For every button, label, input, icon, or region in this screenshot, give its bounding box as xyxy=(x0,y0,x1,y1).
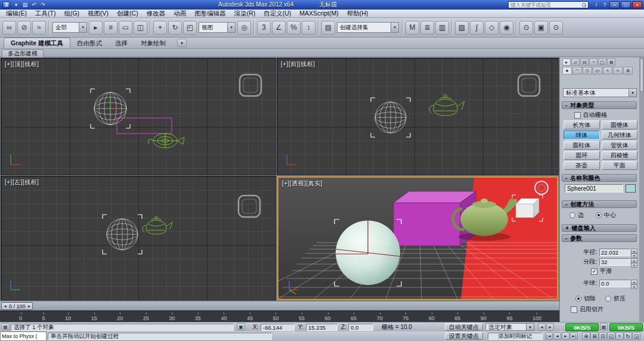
selection-filter-dropdown[interactable]: 全部▾ xyxy=(52,22,87,33)
use-pivot-point-center-icon[interactable]: ◎ xyxy=(237,21,251,35)
communication-center-icon[interactable]: i xyxy=(592,1,600,8)
menu-item-3[interactable]: 视图(V) xyxy=(83,10,113,17)
object-type-button-8[interactable]: 茶壶 xyxy=(564,161,600,170)
chop-radio[interactable] xyxy=(575,296,581,302)
object-type-button-3[interactable]: 几何球体 xyxy=(602,131,638,140)
search-input[interactable] xyxy=(510,2,581,8)
systems-category-icon[interactable]: ⊛ xyxy=(623,67,633,75)
undo-icon[interactable]: ↶ xyxy=(30,1,38,8)
search-icon[interactable] xyxy=(582,3,586,7)
selection-filter-dropdown-arrow-icon[interactable]: ▾ xyxy=(79,23,86,32)
auto-key-button[interactable]: 自动关键点 xyxy=(445,323,483,331)
app-menu-icon[interactable]: ▾ xyxy=(12,1,20,8)
zoom-region-icon[interactable]: ◱ xyxy=(607,332,615,340)
ribbon-tab-0[interactable]: Graphite 建模工具 xyxy=(4,38,70,48)
spinner-snap-icon[interactable]: ↕ xyxy=(302,21,315,35)
primitive-category-dropdown[interactable]: 标准基本体 ▾ xyxy=(563,88,637,97)
panel-scrollbar-thumb[interactable] xyxy=(640,58,643,92)
zoom-icon[interactable]: ⊕ xyxy=(582,332,590,340)
x-coord-field[interactable]: -66.144 xyxy=(261,324,295,331)
menu-item-10[interactable]: MAXScript(M) xyxy=(295,10,342,17)
select-and-link-icon[interactable]: ∞ xyxy=(2,21,16,35)
rendered-frame-window-icon[interactable]: ▣ xyxy=(534,21,548,35)
viewport-top-canvas[interactable] xyxy=(1,58,275,175)
play-animation-icon[interactable]: ► xyxy=(562,332,569,340)
rollout-object-type[interactable]: - 对象类型 xyxy=(562,101,637,109)
lights-category-icon[interactable]: ◇ xyxy=(583,67,592,75)
curve-editor-icon[interactable]: ∫ xyxy=(470,21,484,35)
maxscript-listener-field[interactable]: Max to Physx ( xyxy=(0,331,47,341)
object-type-button-5[interactable]: 管状体 xyxy=(602,141,638,150)
smooth-checkbox[interactable]: ✓ xyxy=(591,268,597,275)
go-to-end-icon[interactable]: ►| xyxy=(570,332,578,340)
hemisphere-spinner[interactable]: ▴▾ xyxy=(631,280,637,287)
menu-item-4[interactable]: 创建(C) xyxy=(113,10,143,17)
maximize-button[interactable]: □ xyxy=(621,1,631,8)
tab-polygon-modeling[interactable]: 多边形建模 xyxy=(2,49,44,57)
autogrid-checkbox[interactable] xyxy=(574,112,581,119)
orbit-viewport-icon[interactable]: ↻ xyxy=(624,332,632,340)
object-name-field[interactable] xyxy=(565,184,623,193)
hemisphere-field[interactable]: 0.0 xyxy=(599,280,630,287)
reference-coordinate-dropdown-arrow-icon[interactable]: ▾ xyxy=(227,23,235,32)
named-selection-set-dropdown[interactable]: 创建选择集▾ xyxy=(337,22,399,33)
rollout-name-color[interactable]: - 名称和颜色 xyxy=(562,174,637,182)
primitive-category-arrow-icon[interactable]: ▾ xyxy=(628,89,636,97)
menu-item-8[interactable]: 渲染(R) xyxy=(230,10,260,17)
pan-view-icon[interactable]: + xyxy=(615,332,624,340)
menu-item-5[interactable]: 修改器 xyxy=(143,10,170,17)
zoom-all-icon[interactable]: ⊞ xyxy=(590,332,599,340)
menu-item-11[interactable]: 帮助(H) xyxy=(343,10,373,17)
next-frame-icon[interactable]: ► xyxy=(546,323,554,331)
snaps-toggle-icon[interactable]: 3 xyxy=(257,21,271,35)
menu-item-1[interactable]: 工具(T) xyxy=(31,10,60,17)
play-backwards-icon[interactable]: ◄ xyxy=(553,332,561,340)
menu-item-2[interactable]: 组(G) xyxy=(60,10,83,17)
infocenter-search[interactable] xyxy=(508,1,589,8)
angle-snap-icon[interactable]: ∠ xyxy=(272,21,286,35)
select-and-rotate-icon[interactable]: ↻ xyxy=(168,21,182,35)
time-slider-prev-icon[interactable]: ◄ xyxy=(3,304,7,308)
motion-tab-icon[interactable]: ◔ xyxy=(589,58,597,66)
window-crossing-icon[interactable]: ◫ xyxy=(134,21,147,35)
object-type-button-4[interactable]: 圆柱体 xyxy=(564,141,600,150)
segments-spinner[interactable]: ▴▾ xyxy=(631,258,637,266)
object-color-swatch[interactable] xyxy=(626,184,636,193)
object-type-button-7[interactable]: 四棱锥 xyxy=(602,151,638,160)
viewport-top-label[interactable]: [+][顶][线框] xyxy=(5,60,39,69)
segments-field[interactable]: 32 xyxy=(599,258,630,266)
named-selection-set-dropdown-arrow-icon[interactable]: ▾ xyxy=(391,23,398,32)
panel-scrollbar[interactable] xyxy=(639,57,644,322)
viewport-top[interactable]: [+][顶][线框] xyxy=(1,58,275,175)
maxscript-mini-listener-icon[interactable]: ▦ xyxy=(1,323,10,330)
rectangular-selection-region-icon[interactable]: ▭ xyxy=(119,21,132,35)
minimize-button[interactable]: ─ xyxy=(609,1,620,8)
time-slider-next-icon[interactable]: ► xyxy=(27,304,31,308)
set-key-button[interactable]: 设置关键点 xyxy=(445,332,483,340)
zoom-extents-icon[interactable]: ⊡ xyxy=(599,332,607,340)
cameras-category-icon[interactable]: ▭ xyxy=(593,67,602,75)
viewport-perspective-canvas[interactable] xyxy=(278,178,557,299)
edit-named-selection-sets-icon[interactable]: ▤ xyxy=(321,21,335,35)
z-coord-field[interactable]: 0.0 xyxy=(348,324,373,331)
previous-frame-icon[interactable]: ◄ xyxy=(538,323,546,331)
percent-snap-icon[interactable]: % xyxy=(287,21,301,35)
reference-coordinate-dropdown[interactable]: 视图▾ xyxy=(199,22,236,33)
viewport-left[interactable]: [+][左][线框] xyxy=(1,176,275,300)
unlink-selection-icon[interactable]: ⊘ xyxy=(17,21,31,35)
time-tag-field[interactable]: 添加时间标记 xyxy=(488,333,543,340)
viewport-front-canvas[interactable] xyxy=(277,58,558,175)
help-icon[interactable]: ? xyxy=(600,1,609,8)
viewport-front[interactable]: [+][前][线框] xyxy=(277,58,558,175)
material-editor-icon[interactable]: ◉ xyxy=(500,21,513,35)
create-tab-icon[interactable]: ▸ xyxy=(562,58,571,66)
align-icon[interactable]: ≣ xyxy=(420,21,434,35)
maximize-viewport-toggle-icon[interactable]: ◲ xyxy=(632,332,640,340)
space-warps-category-icon[interactable]: ≈ xyxy=(613,67,623,75)
selected-set-arrow-icon[interactable]: ▾ xyxy=(526,324,534,330)
render-production-icon[interactable]: ⊙ xyxy=(549,21,563,35)
save-icon[interactable]: ▤ xyxy=(21,1,29,8)
menu-item-9[interactable]: 自定义(U) xyxy=(259,10,295,17)
radius-field[interactable]: 22.032 xyxy=(599,249,630,256)
select-and-scale-icon[interactable]: ◰ xyxy=(183,21,197,35)
